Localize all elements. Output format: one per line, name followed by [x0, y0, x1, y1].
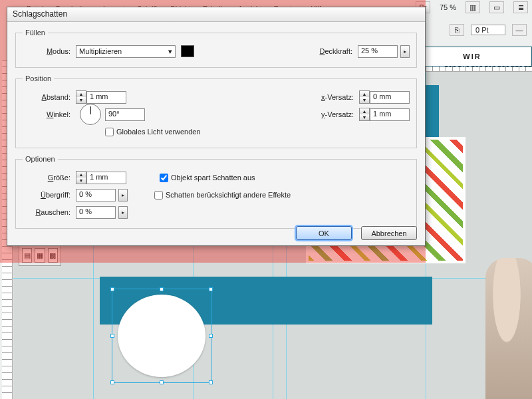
- spread-slider-icon[interactable]: ▸: [118, 189, 128, 201]
- size-field[interactable]: 1 mm: [86, 172, 126, 184]
- size-label: Größe:: [23, 174, 76, 182]
- opacity-field[interactable]: 25 %: [358, 45, 398, 58]
- angle-field[interactable]: 90°: [105, 108, 145, 121]
- photo-frame-person[interactable]: [485, 258, 532, 399]
- opacity-slider-icon[interactable]: ▸: [400, 45, 410, 58]
- headline-frame[interactable]: WIR: [412, 47, 532, 66]
- resize-handle[interactable]: [160, 380, 164, 384]
- step-down-icon[interactable]: ▼: [76, 178, 86, 184]
- view-options-icon[interactable]: ▥: [466, 1, 480, 13]
- checkbox-label: Schatten berücksichtigt andere Effekte: [166, 191, 291, 199]
- checkbox-input[interactable]: [160, 174, 168, 182]
- mode-combo[interactable]: Multiplizieren▾: [76, 45, 176, 58]
- resize-handle[interactable]: [209, 287, 213, 291]
- headline-text: WIR: [463, 53, 481, 61]
- resize-handle[interactable]: [209, 380, 213, 384]
- global-light-checkbox[interactable]: Globales Licht verwenden: [105, 128, 201, 136]
- angle-dial[interactable]: [80, 104, 101, 125]
- step-down-icon[interactable]: ▼: [360, 114, 369, 120]
- angle-label: Winkel:: [23, 110, 76, 118]
- resize-handle[interactable]: [110, 380, 114, 384]
- spread-label: Übergriff:: [23, 191, 76, 199]
- mode-value: Multiplizieren: [79, 47, 122, 55]
- checkbox-input[interactable]: [154, 191, 163, 200]
- step-up-icon[interactable]: ▲: [360, 91, 369, 97]
- arrange-icon[interactable]: ≣: [513, 1, 528, 13]
- opacity-label: Deckkraft:: [311, 47, 358, 55]
- distance-label: Abstand:: [23, 93, 76, 101]
- step-up-icon[interactable]: ▲: [76, 91, 86, 97]
- x-offset-label: x-Versatz:: [313, 93, 359, 101]
- position-legend: Position: [23, 74, 54, 82]
- knockout-checkbox[interactable]: Objekt spart Schatten aus: [160, 174, 255, 182]
- step-up-icon[interactable]: ▲: [76, 172, 86, 178]
- noise-field[interactable]: 0 %: [76, 206, 116, 219]
- dialog-buttons: OK Abbrechen: [296, 226, 417, 240]
- x-offset-stepper[interactable]: ▲▼0 mm: [359, 90, 410, 104]
- noise-slider-icon[interactable]: ▸: [118, 206, 128, 219]
- y-offset-label: y-Versatz:: [313, 110, 359, 118]
- shadow-color-swatch[interactable]: [181, 45, 194, 57]
- resize-handle[interactable]: [110, 287, 114, 291]
- mode-label: Modus:: [23, 47, 76, 55]
- position-group: Position Abstand: ▲▼ 1 mm x-Versatz: ▲▼0…: [15, 74, 417, 148]
- resize-handle[interactable]: [110, 334, 114, 338]
- fill-group: Füllen Modus: Multiplizieren▾ Deckkraft:…: [15, 29, 417, 68]
- honors-effects-checkbox[interactable]: Schatten berücksichtigt andere Effekte: [154, 191, 291, 200]
- checkbox-label: Objekt spart Schatten aus: [171, 174, 255, 182]
- zoom-level[interactable]: 75 %: [440, 3, 456, 11]
- drop-shadow-dialog: Schlagschatten Füllen Modus: Multiplizie…: [7, 7, 426, 246]
- y-offset-field[interactable]: 1 mm: [370, 108, 410, 121]
- resize-handle[interactable]: [160, 287, 164, 291]
- options-legend: Optionen: [23, 155, 58, 163]
- ellipse-shape: [118, 295, 205, 377]
- step-up-icon[interactable]: ▲: [360, 108, 369, 114]
- spread-field[interactable]: 0 %: [76, 189, 116, 201]
- resize-handle[interactable]: [209, 334, 213, 338]
- step-down-icon[interactable]: ▼: [76, 97, 86, 103]
- top-right-toolbar: Br 75 % ▥ ▭ ≣: [416, 1, 528, 13]
- size-stepper[interactable]: ▲▼1 mm: [76, 171, 126, 184]
- ok-button[interactable]: OK: [296, 226, 352, 240]
- control-strip: ⎘ 0 Pt —: [450, 20, 527, 40]
- step-down-icon[interactable]: ▼: [360, 97, 369, 103]
- stroke-style-icon[interactable]: —: [512, 24, 527, 36]
- fill-legend: Füllen: [23, 29, 48, 37]
- dialog-title[interactable]: Schlagschatten: [7, 7, 425, 22]
- checkbox-label: Globales Licht verwenden: [116, 128, 201, 136]
- options-group: Optionen Größe: ▲▼1 mm Objekt spart Scha…: [15, 155, 417, 229]
- cancel-button[interactable]: Abbrechen: [361, 226, 417, 240]
- distance-field[interactable]: 1 mm: [86, 91, 126, 104]
- screen-mode-icon[interactable]: ▭: [489, 1, 504, 13]
- x-offset-field[interactable]: 0 mm: [370, 91, 410, 104]
- checkbox-input[interactable]: [105, 128, 114, 136]
- selected-ellipse-frame[interactable]: [112, 289, 211, 383]
- link-icon[interactable]: ⎘: [450, 24, 464, 36]
- noise-label: Rauschen:: [23, 208, 76, 216]
- chevron-down-icon: ▾: [168, 47, 172, 56]
- y-offset-stepper[interactable]: ▲▼1 mm: [359, 108, 410, 121]
- stroke-weight-field[interactable]: 0 Pt: [471, 25, 505, 35]
- distance-stepper[interactable]: ▲▼ 1 mm: [76, 90, 126, 104]
